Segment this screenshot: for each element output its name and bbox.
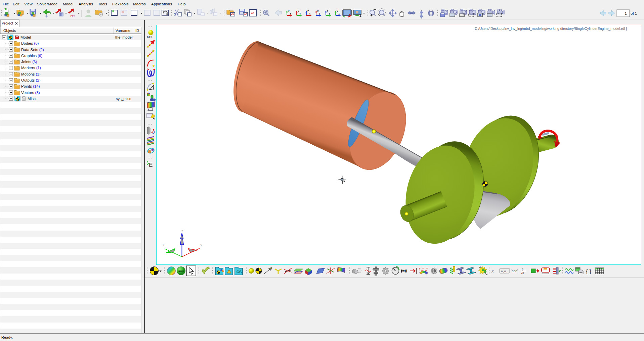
svg-text:A1A2: A1A2 bbox=[501, 270, 507, 274]
svg-text:‘abc’: ‘abc’ bbox=[511, 269, 518, 273]
svg-text:f=0: f=0 bbox=[401, 269, 407, 274]
svg-text:∂t: ∂t bbox=[521, 271, 524, 275]
svg-text:x: x bbox=[491, 268, 494, 274]
svg-text:RUN: RUN bbox=[178, 270, 184, 273]
svg-text:∂: ∂ bbox=[522, 267, 523, 271]
svg-text:CS: CS bbox=[237, 270, 242, 274]
svg-text:{ }: { } bbox=[586, 268, 591, 275]
